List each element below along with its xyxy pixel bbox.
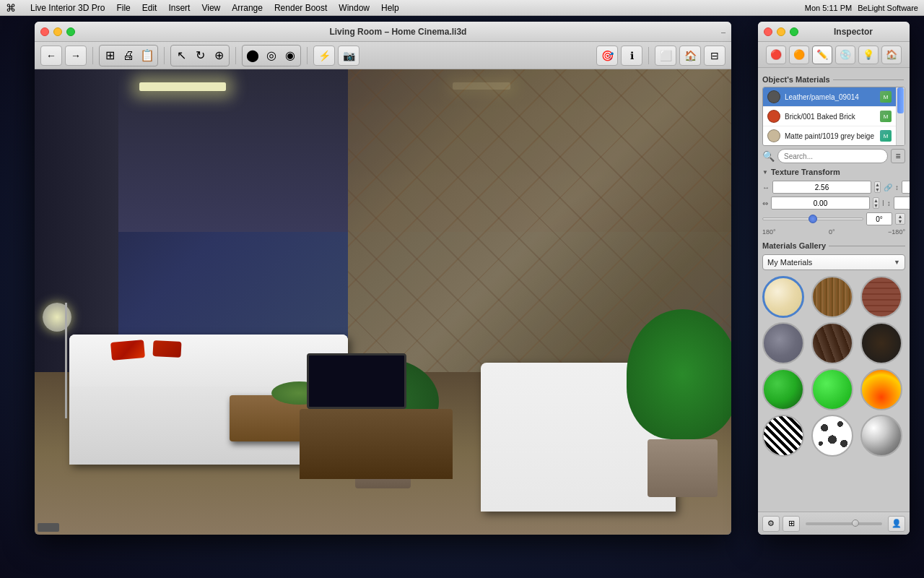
info-button[interactable]: ℹ (621, 46, 642, 66)
swatch-fire[interactable] (860, 368, 902, 410)
offset-y-icon: ↕ (887, 199, 891, 207)
traffic-light-close[interactable] (40, 27, 49, 36)
inspector-tl-close[interactable] (764, 27, 772, 36)
main-window: Living Room – Home Cinema.li3d – ← → ⊞ 🖨… (35, 22, 731, 535)
inspector-tab-light[interactable]: 💡 (858, 46, 879, 64)
collapse-icon[interactable]: ▼ (762, 169, 768, 176)
offset-x-stepper[interactable]: ▲ ▼ (873, 197, 879, 209)
swatch-zebra[interactable] (762, 415, 804, 457)
traffic-light-minimize[interactable] (53, 27, 62, 36)
furniture-button[interactable]: 🎯 (596, 46, 618, 66)
lamp-shade (43, 303, 71, 332)
scale-x-input[interactable] (772, 181, 871, 194)
angle-label-max: −180° (888, 228, 905, 236)
angle-stepper[interactable]: ▲ ▼ (895, 213, 905, 225)
menu-help[interactable]: Help (381, 3, 399, 13)
material-item-2[interactable]: Matte paint/1019 grey beige M (763, 126, 896, 145)
material-name-1: Brick/001 Baked Brick (785, 113, 876, 121)
swatch-green[interactable] (762, 368, 804, 410)
angle-track[interactable] (762, 217, 863, 220)
settings-button[interactable]: ⚙ (762, 516, 780, 532)
offset-x-input[interactable] (771, 197, 870, 210)
angle-thumb[interactable] (808, 215, 817, 223)
menu-window[interactable]: Window (339, 3, 370, 13)
angle-up[interactable]: ▲ (896, 214, 905, 219)
move-tool[interactable]: ⊕ (210, 47, 227, 64)
angle-down[interactable]: ▼ (896, 219, 905, 224)
swatch-brightgreen[interactable] (811, 368, 853, 410)
swatch-cream[interactable] (762, 276, 804, 318)
material-swatch-2 (767, 129, 780, 142)
texture-transform-label: Texture Transform (771, 168, 840, 176)
3d-view-button[interactable]: 🖨 (120, 47, 137, 64)
window-resize[interactable]: – (721, 27, 725, 36)
grid-button[interactable]: ⊟ (704, 46, 725, 66)
scale-y-input[interactable] (902, 181, 910, 194)
menu-arrange[interactable]: Arrange (232, 3, 263, 13)
shape-group: ⬤ ◎ ◉ (242, 45, 301, 66)
frame-button[interactable]: ⬜ (655, 46, 676, 66)
offset-x-up[interactable]: ▲ (873, 198, 879, 203)
traffic-light-fullscreen[interactable] (66, 27, 75, 36)
menu-render[interactable]: Render Boost (274, 3, 327, 13)
toolbar-right: 🎯 ℹ ⬜ 🏠 ⊟ (596, 46, 725, 66)
pillow-red-1 (110, 340, 145, 361)
menu-app-name[interactable]: Live Interior 3D Pro (30, 3, 105, 13)
toolbar-separator-1 (92, 47, 93, 64)
swatch-chrome[interactable] (860, 415, 902, 457)
inspector-tab-room[interactable]: 🏠 (881, 46, 902, 64)
dropdown-arrow-icon: ▼ (894, 259, 900, 266)
home-view-button[interactable]: 🏠 (679, 46, 701, 66)
circle-tool[interactable]: ⬤ (244, 47, 261, 64)
menu-icon[interactable]: ≡ (891, 149, 905, 163)
offset-y-input[interactable] (894, 197, 910, 210)
menu-view[interactable]: View (201, 3, 220, 13)
search-input[interactable] (777, 149, 888, 163)
render-button[interactable]: 📋 (139, 47, 156, 64)
angle-input[interactable] (866, 212, 892, 225)
plant-pot-right (648, 439, 718, 497)
inspector-tab-object[interactable]: 🔴 (766, 46, 786, 64)
dot-tool[interactable]: ◉ (282, 47, 299, 64)
swatch-darkwood[interactable] (811, 322, 853, 364)
person-button[interactable]: 👤 (888, 516, 905, 532)
menu-file[interactable]: File (116, 3, 130, 13)
inspector-tab-material[interactable]: 🟠 (789, 46, 809, 64)
swatch-concrete[interactable] (762, 322, 804, 364)
select-tool[interactable]: ↖ (173, 47, 190, 64)
menu-insert[interactable]: Insert (168, 3, 190, 13)
menubar-brand: BeLight Software (858, 4, 918, 12)
floorplan-button[interactable]: ⊞ (101, 47, 118, 64)
ellipse-tool[interactable]: ◎ (263, 47, 280, 64)
nav-back-button[interactable]: ← (40, 46, 62, 66)
swatch-brick[interactable] (860, 276, 902, 318)
camera-button[interactable]: 📷 (338, 46, 359, 66)
inspector-tl-min[interactable] (777, 27, 785, 36)
inspector-tab-floor[interactable]: 💿 (835, 46, 855, 64)
menu-edit[interactable]: Edit (142, 3, 157, 13)
toolbar-separator-3 (235, 47, 236, 64)
rotate-tool[interactable]: ↻ (191, 47, 209, 64)
material-item-1[interactable]: Brick/001 Baked Brick M (763, 107, 896, 126)
scale-x-down[interactable]: ▼ (875, 187, 880, 192)
scale-x-up[interactable]: ▲ (875, 182, 880, 187)
scale-x-stepper[interactable]: ▲ ▼ (874, 181, 881, 193)
zoom-thumb[interactable] (852, 519, 859, 527)
walk-button[interactable]: ⚡ (313, 46, 335, 66)
nav-forward-button[interactable]: → (65, 46, 87, 66)
swatch-wood[interactable] (811, 276, 853, 318)
add-button[interactable]: ⊞ (783, 516, 800, 532)
swatch-spots[interactable] (811, 415, 853, 457)
viewport[interactable] (35, 69, 731, 535)
inspector-tab-texture[interactable]: ✏️ (812, 46, 832, 64)
gallery-dropdown[interactable]: My Materials ▼ (762, 254, 905, 270)
material-item-0[interactable]: Leather/pamela_09014 M (763, 87, 896, 107)
inspector-tl-full[interactable] (790, 27, 798, 36)
apple-menu[interactable]: ⌘ (6, 2, 16, 14)
material-scrollbar[interactable] (896, 87, 905, 145)
swatch-darkmat[interactable] (860, 322, 902, 364)
link-icon[interactable]: 🔗 (884, 184, 892, 191)
offset-x-down[interactable]: ▼ (873, 203, 879, 208)
zoom-slider[interactable] (806, 522, 882, 525)
scroll-indicator[interactable] (38, 523, 59, 532)
